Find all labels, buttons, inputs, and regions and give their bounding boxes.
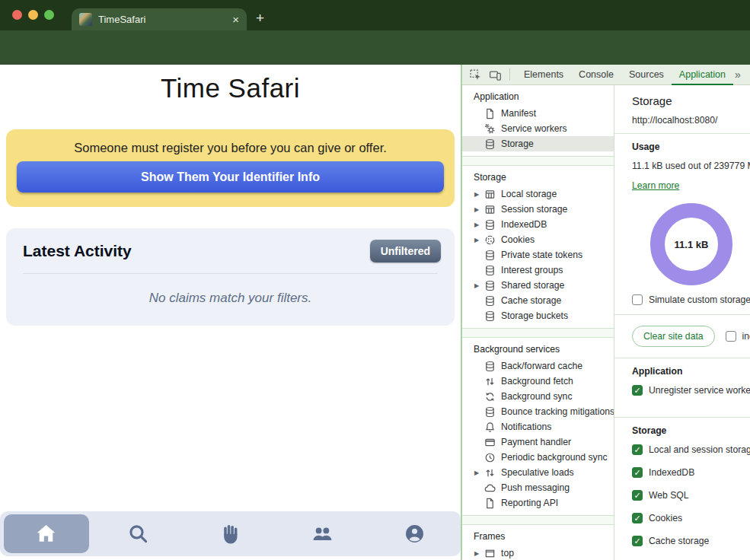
include-third-party-row[interactable]: including third-party cookies: [726, 331, 750, 342]
tree-item-storage[interactable]: Storage: [462, 136, 614, 151]
more-tabs-icon[interactable]: »: [735, 68, 741, 81]
section-application: Application Manifest Service workers Sto…: [462, 85, 614, 157]
tree-item-top-frame[interactable]: ▶ top: [462, 546, 614, 560]
minimize-window-button[interactable]: [28, 10, 38, 20]
usage-donut-label: 11.1 kB: [675, 239, 709, 250]
indexeddb-row[interactable]: IndexedDB: [632, 467, 750, 478]
tree-item-local-storage[interactable]: ▶ Local storage: [462, 186, 614, 202]
page-title: Time Safari: [0, 73, 461, 103]
database-icon: [484, 219, 496, 231]
tab-favicon: [79, 13, 92, 26]
nav-home[interactable]: [0, 511, 92, 556]
device-toolbar-icon[interactable]: [489, 68, 502, 81]
tree-item-payment-handler[interactable]: Payment handler: [462, 434, 614, 450]
database-icon: [484, 310, 496, 322]
tree-item-bounce-tracking-mitigations[interactable]: Bounce tracking mitigations: [462, 404, 614, 419]
devtools-panel: Elements Console Sources Application » A…: [461, 65, 750, 560]
unregister-service-workers-row[interactable]: Unregister service workers: [632, 385, 750, 396]
home-icon: [36, 523, 56, 544]
unfiltered-button[interactable]: Unfiltered: [370, 240, 441, 262]
tree-item-private-state-tokens[interactable]: Private state tokens: [462, 247, 614, 262]
cache-storage-row[interactable]: Cache storage: [632, 536, 750, 546]
zoom-window-button[interactable]: [44, 10, 54, 20]
tree-item-cache-storage[interactable]: Cache storage: [462, 293, 614, 308]
profile-icon: [404, 523, 425, 544]
people-icon: [312, 523, 333, 544]
application-clear-section: Application Unregister service workers: [614, 358, 750, 417]
storage-detail-pane: Storage http://localhost:8080/ Usage 11.…: [614, 85, 750, 560]
tree-item-shared-storage[interactable]: ▶ Shared storage: [462, 278, 614, 293]
registration-banner: Someone must register you before you can…: [6, 129, 455, 207]
database-icon: [484, 361, 496, 372]
tree-item-cookies[interactable]: ▶ Cookies: [462, 232, 614, 247]
card-icon: [484, 437, 496, 448]
storage-clear-section: Storage Local and session storage Indexe…: [614, 417, 750, 560]
web-sql-checkbox[interactable]: [632, 490, 643, 501]
tree-item-storage-buckets[interactable]: Storage buckets: [462, 308, 614, 323]
tab-elements[interactable]: Elements: [516, 65, 571, 85]
database-icon: [484, 406, 496, 418]
browser-tab[interactable]: TimeSafari ×: [72, 8, 247, 30]
tab-sources[interactable]: Sources: [621, 65, 672, 85]
unregister-service-workers-checkbox[interactable]: [632, 385, 643, 396]
database-icon: [484, 295, 496, 307]
learn-more-link[interactable]: Learn more: [632, 180, 679, 191]
close-window-button[interactable]: [12, 10, 22, 20]
clear-site-data-section: Clear site data including third-party co…: [614, 314, 750, 358]
inspect-element-icon[interactable]: [469, 68, 482, 81]
local-session-storage-row[interactable]: Local and session storage: [632, 444, 750, 455]
usage-section: Usage 11.1 kB used out of 239779 MB Lear…: [614, 133, 750, 314]
cookies-row[interactable]: Cookies: [632, 513, 750, 523]
screen: TimeSafari × + ← → localhost:8080 Time S…: [0, 0, 750, 560]
nav-projects[interactable]: [184, 511, 276, 556]
tree-item-manifest[interactable]: Manifest: [462, 106, 614, 121]
tree-item-service-workers[interactable]: Service workers: [462, 121, 614, 136]
tree-item-background-fetch[interactable]: Background fetch: [462, 374, 614, 389]
tree-item-periodic-background-sync[interactable]: Periodic background sync: [462, 450, 614, 465]
simulate-storage-row[interactable]: Simulate custom storage: [632, 294, 750, 305]
include-third-party-checkbox[interactable]: [726, 331, 736, 342]
tree-item-session-storage[interactable]: ▶ Session storage: [462, 202, 614, 217]
web-sql-row[interactable]: Web SQL: [632, 490, 750, 501]
nav-profile[interactable]: [369, 511, 461, 556]
show-identifier-info-button[interactable]: Show Them Your Identifier Info: [17, 161, 444, 192]
simulate-storage-checkbox[interactable]: [632, 294, 643, 305]
section-title: Application: [462, 85, 614, 106]
cloud-icon: [484, 482, 496, 494]
nav-discover[interactable]: [92, 511, 184, 556]
clear-site-data-button[interactable]: Clear site data: [632, 326, 715, 347]
tree-item-reporting-api[interactable]: Reporting API: [462, 495, 614, 511]
new-tab-button[interactable]: +: [256, 11, 264, 25]
up-down-arrows-icon: [484, 467, 496, 479]
tree-item-background-sync[interactable]: Background sync: [462, 389, 614, 404]
tree-item-indexeddb[interactable]: ▶ IndexedDB: [462, 217, 614, 232]
tab-console[interactable]: Console: [571, 65, 621, 85]
tab-application[interactable]: Application: [672, 65, 733, 85]
cache-storage-checkbox[interactable]: [632, 536, 643, 546]
section-frames: Frames ▶ top: [462, 525, 614, 560]
search-icon: [128, 523, 148, 544]
application-sidebar: Application Manifest Service workers Sto…: [462, 85, 614, 560]
sync-icon: [484, 391, 496, 402]
tree-item-back-forward-cache[interactable]: Back/forward cache: [462, 358, 614, 374]
tree-item-notifications[interactable]: Notifications: [462, 419, 614, 434]
tab-close-icon[interactable]: ×: [232, 14, 239, 25]
database-icon: [484, 265, 496, 276]
frame-icon: [484, 548, 496, 559]
tree-item-interest-groups[interactable]: Interest groups: [462, 262, 614, 278]
empty-claims-message: No claims match your filters.: [6, 291, 455, 306]
usage-text: 11.1 kB used out of 239779 MB: [632, 161, 750, 171]
section-storage: Storage ▶ Local storage ▶ Session storag…: [462, 166, 614, 329]
registration-message: Someone must register you before you can…: [6, 141, 455, 155]
clock-icon: [484, 452, 496, 463]
usage-donut-chart: 11.1 kB: [632, 203, 750, 285]
tree-item-push-messaging[interactable]: Push messaging: [462, 480, 614, 495]
tab-title: TimeSafari: [98, 14, 226, 25]
indexeddb-checkbox[interactable]: [632, 467, 643, 478]
cookies-checkbox[interactable]: [632, 513, 643, 523]
nav-contacts[interactable]: [276, 511, 369, 556]
local-session-storage-checkbox[interactable]: [632, 444, 643, 455]
tree-item-speculative-loads[interactable]: ▶ Speculative loads: [462, 465, 614, 480]
webpage: Time Safari Someone must register you be…: [0, 65, 461, 560]
cookie-icon: [484, 234, 496, 246]
